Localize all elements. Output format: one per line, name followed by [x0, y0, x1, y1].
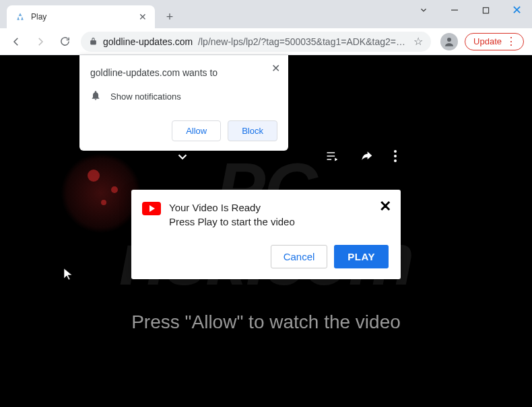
- lock-icon: [89, 37, 98, 46]
- video-dialog-text: Your Video Is Ready Press Play to start …: [169, 200, 389, 229]
- instruction-text: Press "Allow" to watch the video: [0, 311, 532, 333]
- titlebar: Play ✕ + ✕: [0, 0, 532, 28]
- svg-point-5: [394, 159, 397, 162]
- permission-item-row: Show notifications: [90, 90, 277, 103]
- profile-avatar[interactable]: [440, 33, 458, 50]
- playlist-icon[interactable]: [325, 149, 339, 166]
- bell-icon: [90, 90, 101, 103]
- update-label: Update: [473, 36, 502, 46]
- video-ready-dialog: ✕ Your Video Is Ready Press Play to star…: [131, 190, 401, 279]
- watermark-dot: [88, 170, 100, 182]
- video-line1: Your Video Is Ready: [169, 200, 389, 215]
- update-button[interactable]: Update ⋮: [465, 33, 524, 50]
- tab-title: Play: [31, 12, 133, 22]
- bookmark-star-icon[interactable]: ☆: [413, 35, 423, 48]
- tab-favicon-icon: [15, 11, 26, 22]
- chevron-down-icon[interactable]: [175, 149, 190, 168]
- cursor-icon: [63, 268, 74, 285]
- more-dots-icon[interactable]: [393, 149, 397, 166]
- dialog-close-icon[interactable]: ✕: [271, 62, 280, 75]
- page-content: PC risk.com ✕ goldline-updates.com wants…: [0, 55, 532, 407]
- svg-point-2: [447, 38, 451, 42]
- share-icon[interactable]: [358, 149, 374, 166]
- address-bar[interactable]: goldline-updates.com/lp/new-lps/lp2/?tag…: [81, 32, 431, 52]
- video-dialog-close-icon[interactable]: ✕: [379, 198, 391, 215]
- browser-toolbar: goldline-updates.com/lp/new-lps/lp2/?tag…: [0, 28, 532, 55]
- menu-dots-icon: ⋮: [506, 36, 517, 47]
- cancel-button[interactable]: Cancel: [271, 245, 328, 268]
- maximize-button[interactable]: [470, 0, 501, 20]
- watermark-dot: [101, 200, 106, 205]
- url-path: /lp/new-lps/lp2/?tag=500035&tag1=ADK&tag…: [198, 36, 408, 47]
- window-controls: ✕: [408, 0, 532, 20]
- new-tab-button[interactable]: +: [160, 7, 179, 26]
- block-button[interactable]: Block: [228, 120, 277, 141]
- play-button[interactable]: PLAY: [334, 245, 389, 268]
- svg-point-3: [394, 150, 397, 153]
- permission-buttons: Allow Block: [90, 120, 277, 141]
- permission-item-label: Show notifications: [110, 91, 181, 102]
- url-host: goldline-updates.com: [103, 36, 193, 47]
- video-dialog-header: Your Video Is Ready Press Play to start …: [142, 200, 389, 229]
- back-button[interactable]: [5, 31, 27, 52]
- watermark-dot: [111, 186, 118, 193]
- browser-tab[interactable]: Play ✕: [7, 5, 155, 28]
- youtube-icon: [142, 202, 161, 215]
- svg-rect-1: [483, 7, 488, 13]
- forward-button[interactable]: [30, 31, 51, 52]
- caret-down-icon[interactable]: [408, 0, 439, 20]
- video-dialog-buttons: Cancel PLAY: [142, 245, 389, 268]
- window-close-button[interactable]: ✕: [501, 0, 532, 20]
- content-action-icons: [325, 149, 397, 166]
- minimize-button[interactable]: [439, 0, 470, 20]
- notification-permission-dialog: ✕ goldline-updates.com wants to Show not…: [79, 55, 288, 151]
- video-line2: Press Play to start the video: [169, 215, 389, 229]
- watermark-shape: [61, 153, 141, 233]
- svg-point-4: [394, 155, 397, 157]
- allow-button[interactable]: Allow: [172, 120, 221, 141]
- tab-close-icon[interactable]: ✕: [139, 11, 147, 22]
- reload-button[interactable]: [54, 31, 75, 52]
- permission-title: goldline-updates.com wants to: [90, 67, 277, 78]
